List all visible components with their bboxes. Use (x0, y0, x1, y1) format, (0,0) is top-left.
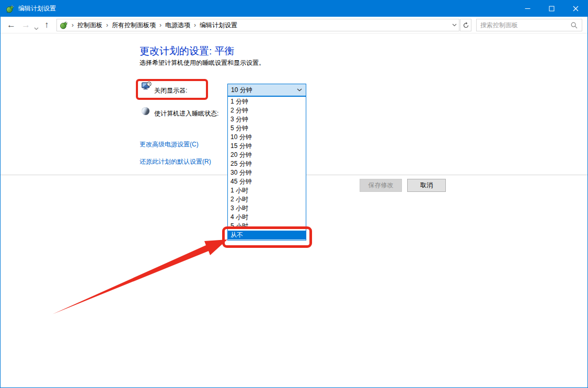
chevron-down-icon (297, 88, 302, 92)
breadcrumb-item-all-items[interactable]: 所有控制面板项 (112, 21, 156, 30)
title-bar: 编辑计划设置 (1, 1, 587, 17)
dropdown-option[interactable]: 4 小时 (228, 213, 306, 222)
display-timeout-options-list: 1 分钟2 分钟3 分钟5 分钟10 分钟15 分钟20 分钟25 分钟30 分… (227, 96, 306, 241)
edit-plan-settings-window: 编辑计划设置 ← → ↑ › (0, 0, 588, 388)
refresh-icon (463, 22, 469, 29)
maximize-button[interactable] (539, 1, 563, 17)
dropdown-option[interactable]: 3 小时 (228, 204, 306, 213)
window-title: 编辑计划设置 (18, 4, 56, 13)
display-timeout-select[interactable]: 10 分钟 (227, 84, 306, 96)
close-button[interactable] (563, 1, 587, 17)
dropdown-option[interactable]: 20 分钟 (228, 151, 306, 159)
breadcrumb-separator: › (159, 21, 162, 29)
dropdown-option[interactable]: 10 分钟 (228, 133, 306, 142)
breadcrumb-item-control-panel[interactable]: 控制面板 (77, 21, 102, 30)
refresh-button[interactable] (460, 19, 471, 31)
address-dropdown-button[interactable] (450, 24, 459, 27)
maximize-icon (549, 6, 555, 12)
back-icon: ← (7, 20, 16, 30)
turn-off-display-label: 关闭显示器: (154, 86, 187, 95)
sleep-icon (142, 107, 149, 115)
recent-pages-button[interactable] (34, 23, 39, 32)
breadcrumb-separator: › (106, 21, 108, 29)
breadcrumb-separator: › (72, 21, 74, 29)
dropdown-option[interactable]: 2 小时 (228, 195, 306, 204)
window-controls (515, 1, 587, 17)
forward-button[interactable]: → (21, 17, 30, 33)
dropdown-option[interactable]: 30 分钟 (228, 168, 306, 177)
dropdown-option[interactable]: 5 分钟 (228, 124, 306, 133)
breadcrumb: › 控制面板 › 所有控制面板项 › 电源选项 › 编辑计划设置 (56, 19, 459, 31)
sleep-label: 使计算机进入睡眠状态: (154, 109, 218, 118)
selected-option: 10 分钟 (228, 86, 297, 95)
dropdown-option[interactable]: 从不 (228, 231, 306, 239)
breadcrumb-item-edit-plan[interactable]: 编辑计划设置 (200, 21, 237, 30)
power-plug-icon (6, 5, 14, 13)
search-input[interactable] (477, 21, 571, 29)
back-button[interactable]: ← (7, 17, 16, 33)
dropdown-option[interactable]: 15 分钟 (228, 142, 306, 151)
restore-default-settings-link[interactable]: 还原此计划的默认设置(R) (140, 157, 211, 166)
up-button[interactable]: ↑ (44, 17, 49, 33)
navigation-bar: ← → ↑ › 控制面板 › 所有控制面板项 › 电源选项 › 编辑计划设置 (1, 17, 587, 33)
search-box (476, 19, 582, 31)
minimize-button[interactable] (515, 1, 539, 17)
chevron-down-icon (452, 24, 457, 27)
save-changes-button[interactable]: 保存修改 (360, 179, 402, 192)
close-icon (573, 6, 579, 12)
breadcrumb-separator: › (194, 21, 196, 29)
dropdown-option[interactable]: 45 分钟 (228, 177, 306, 186)
breadcrumb-item-power-options[interactable]: 电源选项 (165, 21, 190, 30)
minimize-icon (525, 6, 531, 12)
cancel-button[interactable]: 取消 (407, 179, 446, 192)
up-icon: ↑ (44, 20, 49, 30)
dropdown-option[interactable]: 5 小时 (228, 222, 306, 231)
page-description: 选择希望计算机使用的睡眠设置和显示设置。 (140, 59, 265, 67)
page-title: 更改计划的设置: 平衡 (140, 44, 235, 58)
forward-icon: → (21, 20, 30, 30)
dropdown-option[interactable]: 25 分钟 (228, 159, 306, 168)
change-advanced-power-settings-link[interactable]: 更改高级电源设置(C) (140, 140, 199, 149)
search-icon[interactable] (571, 22, 578, 29)
dropdown-option[interactable]: 1 小时 (228, 186, 306, 195)
dropdown-option[interactable]: 1 分钟 (228, 97, 306, 106)
power-plug-icon (60, 21, 68, 29)
turn-off-display-icon (142, 82, 152, 90)
chevron-down-icon (34, 27, 39, 30)
dropdown-option[interactable]: 2 分钟 (228, 106, 306, 115)
dropdown-option[interactable]: 3 分钟 (228, 115, 306, 124)
